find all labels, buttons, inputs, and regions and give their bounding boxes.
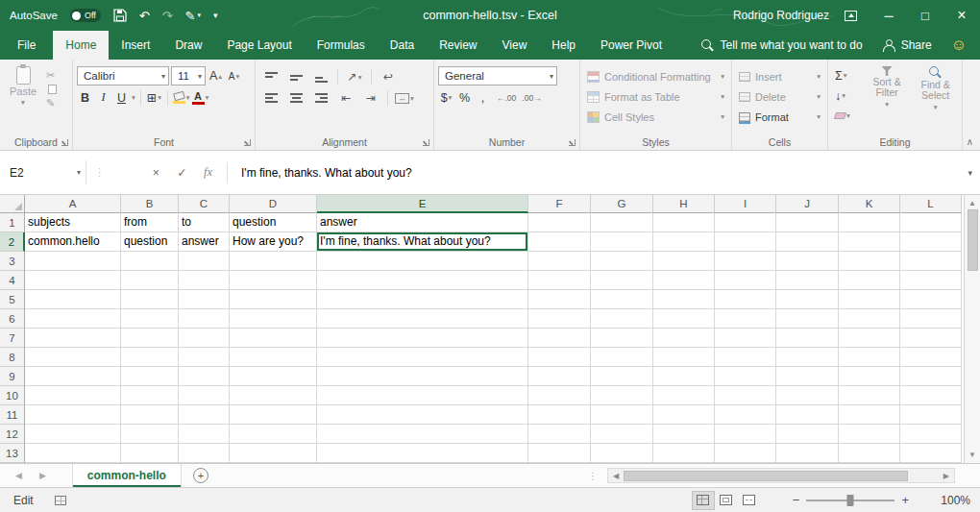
cell-H10[interactable] bbox=[653, 386, 715, 405]
horizontal-scrollbar[interactable]: ◀ ▶ bbox=[607, 468, 955, 483]
cell-J6[interactable] bbox=[776, 309, 839, 329]
cell-K12[interactable] bbox=[839, 425, 900, 444]
cell-B8[interactable] bbox=[121, 348, 179, 367]
column-header-F[interactable]: F bbox=[528, 195, 591, 213]
cell-L9[interactable] bbox=[900, 367, 962, 386]
cell-H3[interactable] bbox=[653, 252, 715, 271]
column-header-A[interactable]: A bbox=[25, 195, 121, 213]
column-header-G[interactable]: G bbox=[591, 195, 653, 213]
tab-splitter-handle[interactable]: ⋮ bbox=[582, 464, 603, 487]
row-header-8[interactable]: 8 bbox=[0, 348, 25, 367]
format-cells-button[interactable]: Format ▾ bbox=[736, 108, 823, 126]
customize-qat-button[interactable]: ▾ bbox=[213, 11, 218, 20]
row-header-4[interactable]: 4 bbox=[0, 271, 25, 290]
cell-L13[interactable] bbox=[900, 444, 962, 463]
cell-I11[interactable] bbox=[715, 405, 776, 425]
increase-decimal-button[interactable]: ←.00 bbox=[497, 93, 516, 103]
cell-J13[interactable] bbox=[776, 444, 839, 463]
row-header-10[interactable]: 10 bbox=[0, 386, 25, 405]
cell-E5[interactable] bbox=[317, 290, 528, 309]
cell-B10[interactable] bbox=[121, 386, 179, 405]
format-as-table-button[interactable]: Format as Table ▾ bbox=[584, 87, 727, 106]
cell-A9[interactable] bbox=[25, 367, 121, 386]
save-button[interactable] bbox=[113, 9, 127, 22]
shrink-font-button[interactable]: A▾ bbox=[226, 67, 242, 85]
sheet-tab-common-hello[interactable]: common-hello bbox=[72, 464, 182, 487]
delete-cells-button[interactable]: Delete ▾ bbox=[736, 87, 823, 106]
cell-I2[interactable] bbox=[715, 232, 776, 252]
cell-H1[interactable] bbox=[653, 213, 715, 232]
page-break-view-button[interactable] bbox=[739, 492, 760, 509]
cell-D2[interactable]: How are you? bbox=[230, 232, 317, 252]
top-align-button[interactable] bbox=[259, 68, 282, 85]
cell-A7[interactable] bbox=[25, 329, 121, 348]
cell-F4[interactable] bbox=[528, 271, 591, 290]
cell-F1[interactable] bbox=[528, 213, 591, 232]
middle-align-button[interactable] bbox=[284, 68, 307, 85]
cell-F7[interactable] bbox=[528, 329, 591, 348]
cell-C7[interactable] bbox=[179, 329, 230, 348]
minimize-button[interactable]: ─ bbox=[870, 0, 907, 31]
cell-D13[interactable] bbox=[230, 444, 317, 463]
cell-J4[interactable] bbox=[776, 271, 839, 290]
cell-F11[interactable] bbox=[528, 405, 591, 425]
draw-mode-button[interactable]: ✎ ▾ bbox=[185, 9, 201, 23]
cell-E4[interactable] bbox=[317, 271, 528, 290]
cell-B9[interactable] bbox=[121, 367, 179, 386]
scroll-left-button[interactable]: ◀ bbox=[608, 472, 624, 480]
tab-insert[interactable]: Insert bbox=[109, 31, 162, 60]
merge-center-button[interactable]: ↔▾ bbox=[393, 89, 416, 107]
column-header-E[interactable]: E bbox=[317, 195, 528, 213]
formula-bar-resize-handle[interactable]: ⋮ bbox=[94, 166, 105, 179]
feedback-smiley-button[interactable]: ☺ bbox=[951, 37, 967, 53]
vertical-scrollbar[interactable]: ▲ ▼ bbox=[964, 195, 980, 463]
normal-view-button[interactable] bbox=[693, 492, 714, 509]
cell-G12[interactable] bbox=[591, 425, 653, 444]
font-size-combo[interactable]: 11 ▾ bbox=[171, 66, 206, 85]
column-header-C[interactable]: C bbox=[179, 195, 230, 213]
cell-F10[interactable] bbox=[528, 386, 591, 405]
cell-L6[interactable] bbox=[900, 309, 962, 329]
cell-L5[interactable] bbox=[900, 290, 962, 309]
cell-C2[interactable]: answer bbox=[179, 232, 230, 252]
row-header-9[interactable]: 9 bbox=[0, 367, 25, 386]
cell-L1[interactable] bbox=[900, 213, 962, 232]
cell-D8[interactable] bbox=[230, 348, 317, 367]
cell-F12[interactable] bbox=[528, 425, 591, 444]
cell-C13[interactable] bbox=[179, 444, 230, 463]
cell-D5[interactable] bbox=[230, 290, 317, 309]
cell-K10[interactable] bbox=[839, 386, 900, 405]
paste-button[interactable]: Paste ▾ bbox=[4, 62, 42, 134]
cell-L12[interactable] bbox=[900, 425, 962, 444]
fill-button[interactable]: ↓▾ bbox=[832, 86, 861, 105]
insert-function-button[interactable]: fx bbox=[195, 165, 221, 180]
cell-E8[interactable] bbox=[317, 348, 528, 367]
scroll-right-button[interactable]: ▶ bbox=[939, 472, 954, 480]
cell-G1[interactable] bbox=[591, 213, 653, 232]
cell-A2[interactable]: common.hello bbox=[25, 232, 121, 252]
cell-L2[interactable] bbox=[900, 232, 962, 252]
cell-A1[interactable]: subjects bbox=[25, 213, 121, 232]
cell-A13[interactable] bbox=[25, 444, 121, 463]
cell-I5[interactable] bbox=[715, 290, 776, 309]
cell-B4[interactable] bbox=[121, 271, 179, 290]
cell-L8[interactable] bbox=[900, 348, 962, 367]
cell-C11[interactable] bbox=[179, 405, 230, 425]
column-header-I[interactable]: I bbox=[715, 195, 776, 213]
cell-C5[interactable] bbox=[179, 290, 230, 309]
cell-A5[interactable] bbox=[25, 290, 121, 309]
share-button[interactable]: Share bbox=[882, 38, 932, 52]
cell-G13[interactable] bbox=[591, 444, 653, 463]
cell-G7[interactable] bbox=[591, 329, 653, 348]
row-header-2[interactable]: 2 bbox=[0, 232, 25, 252]
account-user-name[interactable]: Rodrigo Rodriguez bbox=[733, 9, 829, 22]
font-color-button[interactable]: A ▾ bbox=[192, 88, 209, 107]
font-dialog-launcher[interactable] bbox=[244, 139, 251, 146]
conditional-formatting-button[interactable]: Conditional Formatting ▾ bbox=[584, 67, 727, 85]
autosum-button[interactable]: Σ▾ bbox=[832, 66, 861, 85]
cell-B13[interactable] bbox=[121, 444, 179, 463]
wrap-text-button[interactable]: ↩ bbox=[377, 68, 400, 85]
row-header-5[interactable]: 5 bbox=[0, 290, 25, 309]
align-left-button[interactable] bbox=[259, 89, 282, 107]
cell-B7[interactable] bbox=[121, 329, 179, 348]
